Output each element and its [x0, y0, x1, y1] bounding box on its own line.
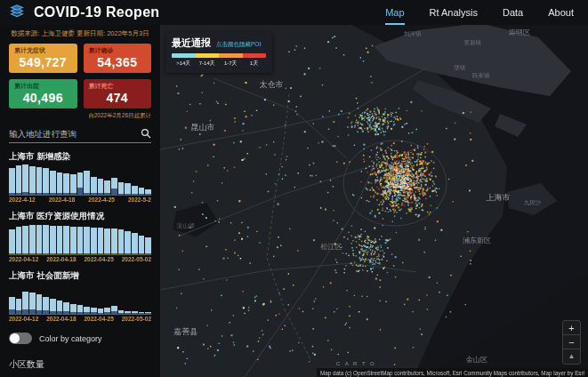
chart-bar[interactable]: [57, 226, 63, 254]
chart-bar[interactable]: [125, 183, 131, 195]
chart-bar[interactable]: [77, 305, 84, 314]
chart-bar[interactable]: [43, 297, 49, 314]
nav-item-data[interactable]: Data: [503, 0, 523, 25]
chart-bar[interactable]: [139, 188, 145, 195]
nav-item-rt-analysis[interactable]: Rt Analysis: [430, 0, 478, 25]
chart-bar[interactable]: [9, 168, 15, 195]
search-icon[interactable]: [141, 128, 151, 139]
chart-bar[interactable]: [104, 229, 110, 254]
chart-bar[interactable]: [63, 173, 69, 195]
chart-bar[interactable]: [139, 236, 145, 254]
chart-bar[interactable]: [84, 307, 90, 314]
stat-cards: 累计无症状549,727累计确诊54,365累计出院40,496累计死亡474: [9, 44, 151, 108]
chart-bar[interactable]: [139, 312, 145, 314]
chart-bar[interactable]: [43, 225, 49, 254]
chart-bar[interactable]: [118, 182, 125, 195]
chart-bar[interactable]: [111, 229, 117, 254]
chart-bar[interactable]: [145, 237, 151, 254]
chart-bar[interactable]: [70, 174, 77, 195]
stat-card: 累计出院40,496: [9, 79, 77, 108]
map-container[interactable]: 崇明区双凤镇刘河镇竖新镇堡镇陈家镇太仓市昆山市上海市九段沙浦东新区淀山湖松江区嘉…: [160, 25, 588, 377]
chart-bar[interactable]: [36, 225, 43, 254]
chart-bar[interactable]: [77, 172, 84, 195]
chart-bar[interactable]: [63, 226, 69, 254]
stat-card-label: 累计无症状: [14, 46, 72, 55]
nav-item-map[interactable]: Map: [385, 0, 404, 25]
chart-bar[interactable]: [29, 166, 36, 195]
chart-bar[interactable]: [16, 165, 22, 195]
chart-bar[interactable]: [57, 172, 63, 195]
chart-bar[interactable]: [84, 227, 90, 254]
chart-bar[interactable]: [98, 228, 104, 254]
zoom-in-button[interactable]: +: [563, 321, 580, 335]
chart-bar[interactable]: [125, 231, 131, 254]
chart-bar[interactable]: [9, 229, 15, 254]
chart-bar[interactable]: [132, 233, 138, 254]
legend-labels: >14天7-14天1-7天1天: [172, 60, 266, 68]
x-tick: 2022-4-12: [9, 197, 36, 203]
chart-bar[interactable]: [16, 227, 22, 254]
chart-bar[interactable]: [111, 306, 117, 315]
chart-title: 上海市 新增感染: [9, 151, 151, 163]
legend-segment[interactable]: [243, 53, 267, 58]
chart-bar[interactable]: [9, 297, 15, 314]
chart-bar[interactable]: [36, 167, 43, 195]
chart-bar[interactable]: [98, 179, 104, 195]
chart-bar[interactable]: [22, 226, 28, 254]
legend-segment[interactable]: [219, 53, 243, 58]
color-by-category-toggle[interactable]: [9, 333, 32, 344]
chart-bar[interactable]: [132, 311, 138, 314]
legend-segment-label: 1-7天: [219, 60, 243, 68]
search-input[interactable]: [9, 129, 137, 139]
chart-bar[interactable]: [50, 171, 56, 195]
chart-bar[interactable]: [98, 309, 104, 314]
legend-subtitle: 点击颜色隐藏POI: [216, 41, 261, 49]
poi-dots-layer[interactable]: [160, 25, 588, 377]
chart-bar[interactable]: [125, 311, 131, 314]
app-logo-icon: [7, 3, 27, 22]
x-tick: 2022-04-25: [85, 316, 114, 322]
chart-bar[interactable]: [145, 189, 151, 195]
x-tick: 2022-4-25: [88, 197, 115, 203]
chart-bar[interactable]: [16, 299, 22, 314]
chart-bar[interactable]: [104, 308, 110, 314]
chart-bar[interactable]: [50, 299, 56, 314]
map-attribution[interactable]: Map data (c) OpenStreetMap contributors,…: [317, 368, 588, 377]
chart-bar[interactable]: [118, 310, 125, 314]
chart-bar[interactable]: [118, 229, 125, 254]
legend-segment[interactable]: [196, 53, 220, 58]
chart-bar[interactable]: [132, 186, 138, 195]
chart-bar[interactable]: [50, 226, 56, 254]
x-tick: 2022-04-12: [9, 256, 38, 262]
charts-panel: 上海市 新增感染2022-4-122022-4-182022-4-252022-…: [9, 151, 151, 322]
color-by-category-row: Color by category: [9, 333, 151, 344]
x-tick: 2022-05-02: [122, 316, 151, 322]
legend-segment[interactable]: [172, 53, 196, 58]
chart-bar[interactable]: [145, 312, 151, 314]
chart-bar[interactable]: [29, 293, 36, 314]
chart-bar[interactable]: [22, 292, 28, 314]
x-tick: 2022-04-18: [46, 256, 76, 262]
chart-bar[interactable]: [91, 308, 97, 314]
chart-bar[interactable]: [43, 168, 49, 195]
chart-bar[interactable]: [111, 178, 117, 195]
chart-bar[interactable]: [91, 228, 97, 254]
zoom-out-button[interactable]: −: [563, 335, 580, 349]
chart-bar[interactable]: [104, 180, 110, 195]
x-tick: 2022-05-02: [122, 256, 151, 262]
legend-title: 最近通报: [172, 36, 211, 50]
chart-bar[interactable]: [77, 227, 84, 254]
stat-card: 累计无症状549,727: [9, 44, 77, 73]
chart-bar[interactable]: [70, 304, 77, 314]
chart-bar[interactable]: [22, 164, 28, 195]
nav-item-about[interactable]: About: [548, 0, 574, 25]
chart-bar[interactable]: [57, 301, 63, 314]
chart-bar[interactable]: [63, 302, 69, 314]
compass-button[interactable]: ▲: [563, 349, 580, 364]
chart-bar[interactable]: [70, 227, 77, 254]
chart-bar[interactable]: [36, 294, 43, 314]
chart-bar[interactable]: [29, 225, 36, 254]
stat-card-value: 474: [89, 91, 147, 105]
chart-bar[interactable]: [84, 171, 90, 195]
chart-bar[interactable]: [91, 177, 97, 195]
